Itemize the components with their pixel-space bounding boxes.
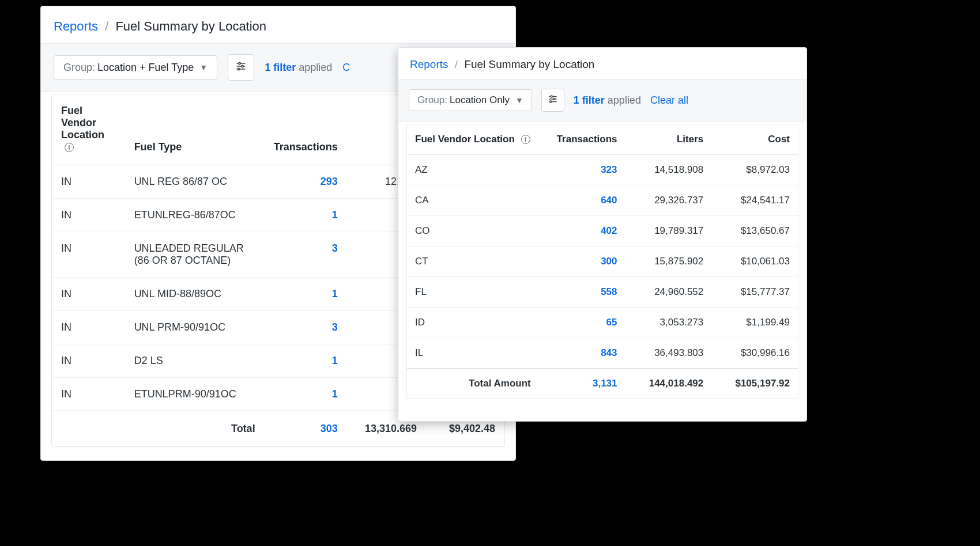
cell-transactions[interactable]: 1 [265,199,347,232]
filters-applied-text: 1 filter applied [574,94,641,107]
total-transactions[interactable]: 3,131 [539,369,625,399]
col-location[interactable]: Fuel Vendor Location i [407,124,539,155]
cell-transactions[interactable]: 1 [265,378,347,411]
report-panel-front: Reports / Fuel Summary by Location Group… [398,47,807,422]
cell-location: ID [407,308,539,338]
cell-transactions[interactable]: 402 [539,216,625,247]
breadcrumb-sep: / [101,19,112,33]
col-liters[interactable]: Liters [625,124,712,155]
group-label: Group: [63,62,95,74]
info-icon[interactable]: i [521,135,530,144]
cell-liters: 3,053.273 [625,308,712,338]
cell-transactions[interactable]: 1 [265,344,347,378]
filter-applied-word: applied [299,62,332,73]
breadcrumb-root-link[interactable]: Reports [54,19,98,33]
group-value: Location + Fuel Type [97,62,194,74]
col-location[interactable]: Fuel Vendor Location i [52,94,125,165]
col-transactions[interactable]: Transactions [539,124,625,155]
col-transactions[interactable]: Transactions [265,94,347,165]
data-table: Fuel Vendor Location i Transactions Lite… [406,124,798,399]
page-title: Fuel Summary by Location [464,58,594,70]
filters-button[interactable] [541,89,564,112]
cell-location: CO [407,216,539,247]
breadcrumb: Reports / Fuel Summary by Location [398,48,806,79]
cell-location: IN [52,199,125,232]
breadcrumb: Reports / Fuel Summary by Location [41,6,515,44]
cell-cost: $30,996.16 [711,338,798,369]
filters-button[interactable] [228,54,254,81]
breadcrumb-root-link[interactable]: Reports [410,58,448,70]
page-title: Fuel Summary by Location [115,19,266,33]
filter-count: 1 filter [574,94,605,106]
cell-liters: 24,960.552 [625,277,712,308]
cell-fuel-type: ETUNLPRM-90/91OC [125,378,265,411]
col-fuel-type[interactable]: Fuel Type [125,94,265,165]
table-body: AZ 323 14,518.908 $8,972.03 CA 640 29,32… [407,155,798,369]
filter-applied-word: applied [608,94,641,106]
sliders-icon [235,60,247,75]
toolbar: Group: Location Only ▼ 1 filter applied … [398,79,806,122]
cell-cost: $24,541.17 [711,185,798,216]
cell-location: CT [407,247,539,277]
cell-transactions[interactable]: 65 [539,308,625,338]
sliders-icon [548,94,558,107]
table-row: AZ 323 14,518.908 $8,972.03 [407,155,798,185]
cell-location: IN [52,311,125,344]
total-transactions[interactable]: 303 [265,411,347,447]
cell-transactions[interactable]: 843 [539,338,625,369]
cell-liters: 29,326.737 [625,185,712,216]
clear-all-link[interactable]: C [342,62,350,74]
cell-location: IN [52,232,125,278]
svg-point-11 [550,101,552,103]
cell-cost: $10,061.03 [711,247,798,277]
cell-fuel-type: ETUNLREG-86/87OC [125,199,265,232]
cell-cost: $1,199.49 [711,308,798,338]
table-row: CA 640 29,326.737 $24,541.17 [407,185,798,216]
table-row: ID 65 3,053.273 $1,199.49 [407,308,798,338]
table-row: CT 300 15,875.902 $10,061.03 [407,247,798,277]
cell-fuel-type: UNL PRM-90/91OC [125,311,265,344]
cell-location: IN [52,378,125,411]
cell-liters: 36,493.803 [625,338,712,369]
col-cost[interactable]: Cost [711,124,798,155]
info-icon[interactable]: i [65,143,74,152]
cell-liters: 19,789.317 [625,216,712,247]
cell-fuel-type: UNL MID-88/89OC [125,278,265,311]
table-row: CO 402 19,789.317 $13,650.67 [407,216,798,247]
cell-transactions[interactable]: 1 [265,278,347,311]
cell-location: IN [52,278,125,311]
cell-transactions[interactable]: 3 [265,232,347,278]
cell-transactions[interactable]: 293 [265,165,347,199]
cell-location: IN [52,344,125,378]
filters-applied-text: 1 filter applied [265,62,332,74]
group-by-select[interactable]: Group: Location Only ▼ [409,89,532,111]
total-liters: 144,018.492 [625,369,712,399]
cell-liters: 14,518.908 [625,155,712,185]
svg-point-5 [238,68,239,70]
total-label: Total Amount [407,369,539,399]
cell-liters: 15,875.902 [625,247,712,277]
svg-point-3 [239,62,240,64]
total-row: Total Amount 3,131 144,018.492 $105,197.… [407,369,798,399]
total-label: Total [125,411,265,447]
chevron-down-icon: ▼ [199,63,208,72]
cell-location: IL [407,338,539,369]
clear-all-link[interactable]: Clear all [650,94,688,107]
svg-point-9 [551,96,552,97]
cell-transactions[interactable]: 323 [539,155,625,185]
cell-transactions[interactable]: 558 [539,277,625,308]
cell-transactions[interactable]: 300 [539,247,625,277]
chevron-down-icon: ▼ [515,96,523,105]
cell-location: IN [52,165,125,199]
cell-location: FL [407,277,539,308]
group-by-select[interactable]: Group: Location + Fuel Type ▼ [54,55,217,80]
total-cost: $105,197.92 [711,369,798,399]
cell-fuel-type: UNL REG 86/87 OC [125,165,265,199]
cell-transactions[interactable]: 640 [539,185,625,216]
breadcrumb-sep: / [451,58,461,70]
cell-transactions[interactable]: 3 [265,311,347,344]
cell-cost: $15,777.37 [711,277,798,308]
table-row: FL 558 24,960.552 $15,777.37 [407,277,798,308]
group-label: Group: [417,94,447,106]
filter-count: 1 filter [265,62,296,73]
